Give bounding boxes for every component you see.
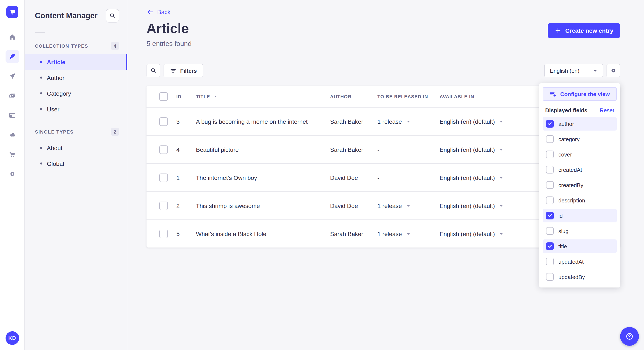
- sidebar-item-user[interactable]: User: [25, 101, 127, 117]
- media-library-icon[interactable]: [5, 89, 19, 103]
- purchases-icon[interactable]: [5, 148, 19, 161]
- row-checkbox[interactable]: [159, 117, 168, 126]
- question-mark-icon: [625, 332, 634, 341]
- field-toggle-description[interactable]: description: [543, 193, 617, 207]
- sidebar-item-category[interactable]: Category: [25, 85, 127, 101]
- cell-id: 2: [176, 202, 196, 209]
- deploy-icon[interactable]: [5, 128, 19, 142]
- check-icon: [547, 121, 552, 126]
- column-header-author[interactable]: AUTHOR: [330, 94, 377, 99]
- field-toggle-title[interactable]: title: [543, 239, 617, 253]
- cell-author: David Doe: [330, 202, 377, 209]
- search-icon: [150, 67, 157, 74]
- search-button[interactable]: [146, 64, 160, 77]
- single-types-header: SINGLE TYPES 2: [25, 125, 127, 139]
- row-checkbox[interactable]: [159, 145, 168, 154]
- row-checkbox[interactable]: [159, 229, 168, 238]
- checkbox[interactable]: [546, 166, 554, 174]
- checkbox[interactable]: [546, 120, 554, 128]
- cell-released[interactable]: 1 release: [377, 202, 440, 209]
- webpages-icon[interactable]: [5, 108, 19, 122]
- cell-released[interactable]: 1 release: [377, 118, 440, 125]
- select-all-checkbox[interactable]: [159, 92, 168, 101]
- checkbox[interactable]: [546, 273, 554, 281]
- section-label: SINGLE TYPES: [35, 129, 74, 134]
- single-types-menu: About Global: [25, 140, 127, 172]
- chevron-down-icon: [406, 119, 410, 124]
- cell-title: Beautiful picture: [196, 146, 330, 153]
- sidebar-item-about[interactable]: About: [25, 140, 127, 156]
- field-toggle-id[interactable]: id: [543, 209, 617, 222]
- toolbar: Filters English (en): [146, 64, 620, 77]
- checkbox[interactable]: [546, 227, 554, 235]
- content-manager-icon[interactable]: [5, 50, 19, 63]
- configure-view-button[interactable]: Configure the view: [543, 87, 617, 101]
- checkbox[interactable]: [546, 242, 554, 250]
- cell-title: This shrimp is awesome: [196, 202, 330, 209]
- field-toggle-category[interactable]: category: [543, 132, 617, 146]
- section-count-badge: 2: [111, 128, 119, 136]
- help-button[interactable]: [620, 327, 639, 346]
- sidebar-item-article[interactable]: Article: [25, 54, 127, 70]
- bullet-icon: [40, 61, 42, 63]
- field-toggle-slug[interactable]: slug: [543, 224, 617, 238]
- reset-link[interactable]: Reset: [600, 107, 614, 114]
- configure-list-icon: [550, 91, 556, 97]
- main-nav-rail: KD: [0, 0, 25, 350]
- sidebar-item-label: Author: [47, 74, 64, 81]
- sidebar-item-label: User: [47, 106, 60, 113]
- sidebar-item-label: Article: [47, 58, 66, 65]
- column-header-released[interactable]: TO BE RELEASED IN: [377, 94, 440, 99]
- cell-title: The internet's Own boy: [196, 174, 330, 181]
- checkbox[interactable]: [546, 135, 554, 143]
- page-title: Article: [146, 21, 192, 37]
- field-toggle-createdBy[interactable]: createdBy: [543, 178, 617, 192]
- checkbox[interactable]: [546, 151, 554, 158]
- cell-author: Sarah Baker: [330, 230, 377, 237]
- field-toggle-updatedBy[interactable]: updatedBy: [543, 270, 617, 284]
- field-toggle-createdAt[interactable]: createdAt: [543, 163, 617, 176]
- strapi-logo[interactable]: [6, 6, 18, 18]
- filter-icon: [170, 67, 176, 74]
- releases-icon[interactable]: [5, 69, 19, 83]
- section-count-badge: 4: [111, 42, 119, 50]
- field-toggle-updatedAt[interactable]: updatedAt: [543, 255, 617, 268]
- locale-select[interactable]: English (en): [544, 64, 603, 77]
- column-header-title[interactable]: TITLE: [196, 94, 330, 99]
- row-checkbox[interactable]: [159, 201, 168, 210]
- cell-released[interactable]: -: [377, 146, 440, 153]
- chevron-down-icon: [499, 175, 504, 180]
- cell-author: Sarah Baker: [330, 118, 377, 125]
- field-toggle-list: author category cover createdAt createdB…: [543, 117, 617, 284]
- bullet-icon: [40, 77, 42, 79]
- checkbox[interactable]: [546, 212, 554, 219]
- field-toggle-author[interactable]: author: [543, 117, 617, 131]
- field-toggle-cover[interactable]: cover: [543, 148, 617, 161]
- back-link[interactable]: Back: [146, 8, 170, 15]
- row-checkbox[interactable]: [159, 173, 168, 182]
- sidebar-item-global[interactable]: Global: [25, 156, 127, 172]
- sidebar-item-label: Global: [47, 160, 64, 167]
- cell-released[interactable]: -: [377, 174, 440, 181]
- home-icon[interactable]: [5, 30, 19, 44]
- filters-button[interactable]: Filters: [164, 64, 203, 77]
- content-manager-sidebar: Content Manager COLLECTION TYPES 4 Artic…: [25, 0, 127, 350]
- checkbox[interactable]: [546, 196, 554, 204]
- main-content: Back Article 5 entries found Create new …: [127, 0, 644, 350]
- checkbox[interactable]: [546, 181, 554, 189]
- cell-released[interactable]: 1 release: [377, 230, 440, 237]
- cell-id: 5: [176, 230, 196, 237]
- sidebar-search-button[interactable]: [106, 9, 119, 22]
- check-icon: [547, 213, 552, 218]
- bullet-icon: [40, 108, 42, 110]
- chevron-down-icon: [499, 119, 504, 124]
- check-icon: [547, 244, 552, 249]
- column-header-id[interactable]: ID: [176, 94, 196, 99]
- create-new-entry-button[interactable]: Create new entry: [548, 23, 620, 38]
- user-avatar[interactable]: KD: [5, 331, 19, 345]
- settings-icon[interactable]: [5, 167, 19, 181]
- checkbox[interactable]: [546, 258, 554, 265]
- section-label: COLLECTION TYPES: [35, 43, 88, 48]
- view-settings-button[interactable]: [606, 64, 620, 77]
- sidebar-item-author[interactable]: Author: [25, 70, 127, 85]
